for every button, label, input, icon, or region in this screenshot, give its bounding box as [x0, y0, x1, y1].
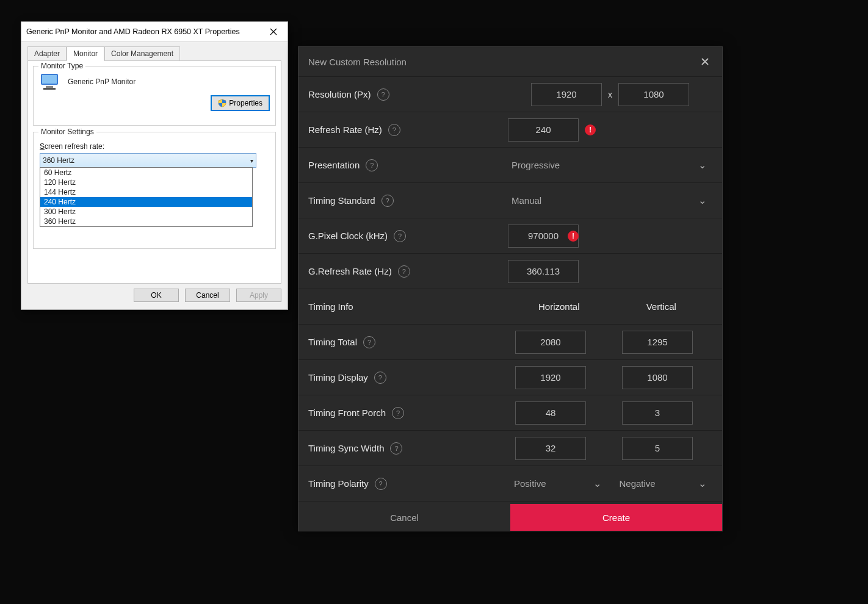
ok-button[interactable]: OK [134, 289, 179, 302]
timing-standard-value: Manual [512, 195, 541, 206]
refresh-rate-label: Refresh Rate (Hz) [308, 124, 382, 135]
dialog-buttons: OK Cancel Apply [21, 284, 288, 309]
svg-rect-3 [43, 88, 56, 90]
apply-button: Apply [236, 289, 281, 302]
dialog-tabs: Adapter Monitor Color Management [21, 42, 288, 60]
close-icon [701, 57, 709, 66]
timing-polarity-v-value: Negative [620, 478, 656, 489]
help-icon[interactable]: ? [388, 124, 400, 136]
tab-adapter[interactable]: Adapter [27, 46, 67, 61]
dialog-titlebar[interactable]: Generic PnP Monitor and AMD Radeon RX 69… [21, 22, 288, 42]
timing-display-label: Timing Display [308, 372, 368, 383]
panel-cancel-button[interactable]: Cancel [298, 504, 510, 531]
monitor-icon [40, 73, 62, 91]
close-icon [270, 28, 277, 35]
row-timing-info-header: Timing Info Horizontal Vertical [298, 289, 722, 325]
timing-front-porch-label: Timing Front Porch [308, 408, 386, 418]
monitor-type-group: Monitor Type Generic PnP Monitor [33, 66, 276, 126]
refresh-rate-input[interactable] [508, 118, 579, 142]
monitor-properties-button[interactable]: Properties [211, 96, 269, 110]
row-timing-total: Timing Total ? [298, 325, 722, 360]
timing-standard-select[interactable]: Manual ⌄ [508, 195, 712, 206]
refresh-rate-dropdown: 60 Hertz 120 Hertz 144 Hertz 240 Hertz 3… [40, 167, 253, 227]
refresh-option-144[interactable]: 144 Hertz [40, 187, 252, 197]
timing-display-h-input[interactable] [515, 366, 586, 389]
tab-color-management[interactable]: Color Management [104, 46, 180, 61]
timing-polarity-label: Timing Polarity [308, 478, 369, 489]
row-timing-standard: Timing Standard ? Manual ⌄ [298, 183, 722, 218]
warning-icon: ! [585, 124, 596, 135]
chevron-down-icon: ⌄ [593, 478, 601, 489]
resolution-height-input[interactable] [618, 83, 689, 106]
row-timing-front-porch: Timing Front Porch ? [298, 395, 722, 431]
panel-rows: Resolution (Px) ? x Refresh Rate (Hz) ? … [298, 77, 722, 504]
panel-create-button[interactable]: Create [510, 504, 722, 531]
refresh-option-120[interactable]: 120 Hertz [40, 178, 252, 187]
refresh-option-360[interactable]: 360 Hertz [40, 217, 252, 226]
panel-close-button[interactable] [698, 54, 712, 69]
timing-sync-width-label: Timing Sync Width [308, 443, 384, 453]
refresh-rate-combobox[interactable]: 360 Hertz ▾ 60 Hertz 120 Hertz 144 Hertz… [40, 153, 256, 168]
svg-rect-1 [42, 75, 57, 84]
g-refresh-rate-label: G.Refresh Rate (Hz) [308, 266, 392, 276]
timing-front-porch-v-input[interactable] [622, 401, 693, 425]
properties-button-label: Properties [229, 99, 262, 107]
monitor-settings-legend: Monitor Settings [38, 128, 96, 136]
timing-total-h-input[interactable] [515, 331, 586, 354]
panel-header: New Custom Resolution [298, 47, 722, 77]
monitor-tab-page: Monitor Type Generic PnP Monitor [27, 60, 281, 284]
help-icon[interactable]: ? [390, 442, 402, 455]
presentation-select[interactable]: Progressive ⌄ [508, 159, 712, 171]
tab-monitor[interactable]: Monitor [67, 46, 104, 61]
resolution-label: Resolution (Px) [308, 89, 371, 99]
chevron-down-icon: ⌄ [698, 159, 706, 171]
timing-display-v-input[interactable] [622, 366, 693, 389]
row-timing-display: Timing Display ? [298, 360, 722, 395]
resolution-separator: x [608, 90, 612, 99]
timing-total-v-input[interactable] [622, 331, 693, 354]
timing-total-label: Timing Total [308, 337, 357, 347]
refresh-rate-selected: 360 Hertz [43, 156, 74, 165]
dialog-title: Generic PnP Monitor and AMD Radeon RX 69… [26, 27, 259, 36]
help-icon[interactable]: ? [363, 336, 375, 348]
help-icon[interactable]: ? [394, 230, 406, 242]
cancel-button[interactable]: Cancel [185, 289, 230, 302]
timing-polarity-h-value: Positive [514, 478, 546, 489]
help-icon[interactable]: ? [375, 478, 387, 490]
column-horizontal-label: Horizontal [508, 301, 610, 312]
row-refresh-rate: Refresh Rate (Hz) ? ! [298, 112, 722, 148]
help-icon[interactable]: ? [374, 372, 386, 384]
help-icon[interactable]: ? [377, 88, 389, 101]
panel-footer: Cancel Create [298, 504, 722, 531]
row-pixel-clock: G.Pixel Clock (kHz) ? ! [298, 218, 722, 254]
help-icon[interactable]: ? [366, 159, 378, 171]
refresh-option-300[interactable]: 300 Hertz [40, 207, 252, 217]
help-icon[interactable]: ? [382, 195, 394, 207]
row-presentation: Presentation ? Progressive ⌄ [298, 148, 722, 183]
timing-standard-label: Timing Standard [308, 195, 375, 206]
timing-sync-width-h-input[interactable] [515, 437, 586, 460]
timing-sync-width-v-input[interactable] [622, 437, 693, 460]
g-refresh-rate-input[interactable] [508, 260, 579, 283]
timing-polarity-v-select[interactable]: Negative ⌄ [613, 466, 713, 501]
svg-rect-2 [46, 86, 53, 88]
chevron-down-icon: ⌄ [698, 195, 706, 206]
row-timing-polarity: Timing Polarity ? Positive ⌄ Negative ⌄ [298, 466, 722, 502]
help-icon[interactable]: ? [398, 265, 410, 278]
close-button[interactable] [259, 22, 288, 41]
timing-polarity-h-select[interactable]: Positive ⌄ [508, 466, 607, 501]
help-icon[interactable]: ? [392, 407, 404, 419]
pixel-clock-label: G.Pixel Clock (kHz) [308, 231, 388, 241]
panel-title: New Custom Resolution [308, 57, 407, 67]
presentation-value: Progressive [512, 160, 560, 170]
column-vertical-label: Vertical [610, 301, 713, 312]
monitor-settings-group: Monitor Settings Screen refresh rate: 36… [33, 132, 276, 249]
uac-shield-icon [218, 99, 226, 107]
row-g-refresh-rate: G.Refresh Rate (Hz) ? [298, 254, 722, 289]
refresh-option-60[interactable]: 60 Hertz [40, 168, 252, 178]
timing-info-label: Timing Info [308, 301, 353, 312]
refresh-option-240[interactable]: 240 Hertz [40, 197, 252, 207]
timing-front-porch-h-input[interactable] [515, 401, 586, 425]
monitor-name: Generic PnP Monitor [68, 77, 136, 86]
resolution-width-input[interactable] [531, 83, 602, 106]
